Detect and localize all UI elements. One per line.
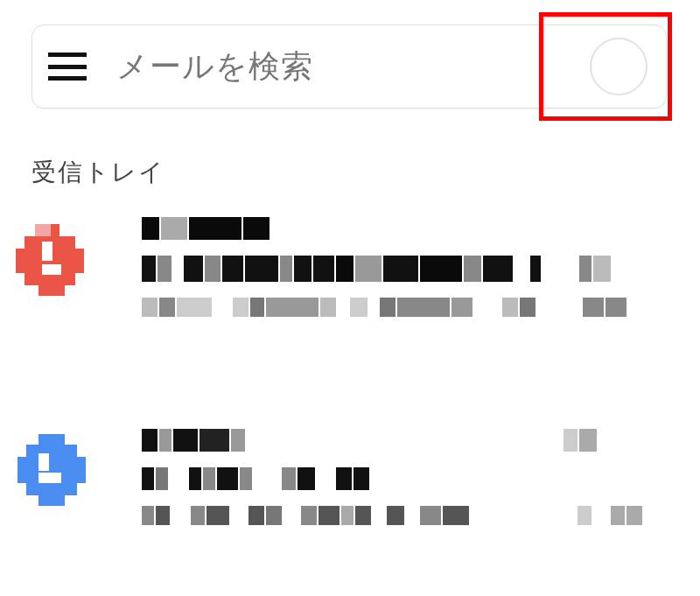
svg-rect-4 [24, 273, 75, 285]
menu-icon[interactable] [48, 53, 87, 81]
svg-rect-12 [38, 495, 65, 506]
mail-preview-redacted [142, 429, 681, 537]
account-avatar[interactable] [587, 35, 650, 98]
svg-rect-6 [42, 242, 52, 261]
mail-preview-redacted [142, 217, 681, 329]
sender-avatar [16, 434, 91, 509]
mail-item[interactable] [16, 217, 681, 392]
svg-rect-8 [38, 434, 65, 445]
avatar-icon [590, 38, 648, 95]
inbox-label: 受信トレイ [32, 156, 165, 189]
svg-rect-9 [26, 445, 77, 457]
svg-rect-11 [26, 483, 77, 495]
svg-rect-0 [35, 224, 51, 236]
search-bar: メールを検索 [32, 25, 667, 109]
search-input[interactable]: メールを検索 [116, 46, 587, 88]
mail-item[interactable] [16, 429, 681, 586]
svg-rect-13 [38, 453, 49, 471]
svg-rect-5 [38, 285, 65, 296]
sender-avatar [16, 222, 91, 298]
svg-rect-14 [38, 473, 61, 483]
svg-rect-7 [42, 264, 61, 275]
svg-rect-1 [51, 224, 60, 236]
